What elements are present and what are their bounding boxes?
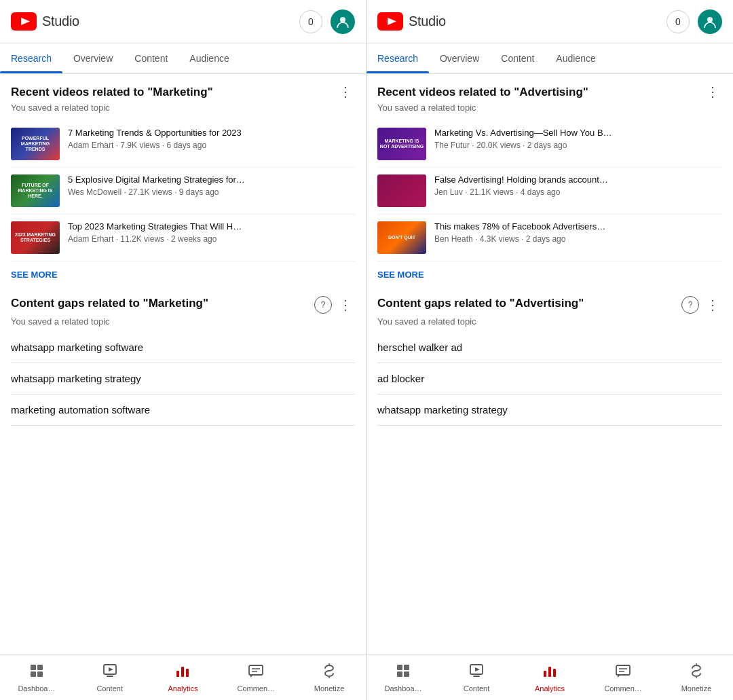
- notification-badge[interactable]: 0: [666, 10, 690, 33]
- help-button[interactable]: ?: [314, 296, 332, 314]
- video-info: False Advertising! Holding brands accoun…: [434, 174, 722, 197]
- svg-rect-20: [397, 665, 402, 670]
- video-title: 5 Explosive Digital Marketing Strategies…: [68, 174, 355, 186]
- gap-list-item[interactable]: marketing automation software: [11, 394, 355, 426]
- recent-videos-more-button[interactable]: ⋮: [336, 85, 355, 98]
- notification-badge[interactable]: 0: [299, 10, 322, 33]
- video-info: Marketing Vs. Advertising—Sell How You B…: [434, 128, 722, 150]
- tab-overview[interactable]: Overview: [62, 43, 124, 73]
- tab-research[interactable]: Research: [0, 43, 62, 73]
- video-list-item[interactable]: DON'T QUIT This makes 78% of Facebook Ad…: [377, 215, 722, 261]
- thumb-label: POWERFUL MARKETING TRENDS: [11, 134, 60, 155]
- svg-rect-3: [31, 665, 36, 670]
- gap-list-item[interactable]: whatsapp marketing strategy: [377, 394, 722, 426]
- video-info: 7 Marketing Trends & Opportunities for 2…: [68, 128, 355, 150]
- gap-list-item[interactable]: whatsapp marketing strategy: [11, 363, 355, 394]
- video-info: This makes 78% of Facebook Advertisers… …: [434, 221, 722, 244]
- recent-videos-subtitle: You saved a related topic: [377, 103, 722, 113]
- recent-videos-header: Recent videos related to "Advertising" ⋮: [377, 85, 722, 100]
- video-info: Top 2023 Marketing Strategies That Will …: [68, 221, 355, 244]
- video-list-item[interactable]: False Advertising! Holding brands accoun…: [377, 168, 722, 215]
- content-gaps-section: Content gaps related to "Marketing" ? ⋮ …: [0, 285, 366, 426]
- recent-videos-section: Recent videos related to "Advertising" ⋮…: [366, 74, 733, 285]
- nav-item-comments[interactable]: Commen…: [219, 655, 293, 700]
- recent-videos-title: Recent videos related to "Marketing": [11, 85, 336, 100]
- nav-item-content[interactable]: Content: [73, 655, 147, 700]
- studio-label: Studio: [409, 14, 446, 29]
- content-gaps-more-button[interactable]: ⋮: [703, 296, 722, 314]
- nav-item-dashboard[interactable]: Dashboa…: [366, 655, 440, 700]
- nav-label-analytics: Analytics: [168, 684, 198, 693]
- gap-list-item[interactable]: whatsapp marketing software: [11, 332, 355, 363]
- video-thumbnail: FUTURE OF MARKETING IS HERE.: [11, 174, 60, 207]
- panel-right: Studio 0 ResearchOverviewContentAudience…: [366, 0, 733, 700]
- nav-item-comments[interactable]: Commen…: [586, 655, 660, 700]
- nav-item-monetize[interactable]: Monetize: [293, 655, 366, 700]
- nav-item-content[interactable]: Content: [440, 655, 513, 700]
- recent-videos-more-button[interactable]: ⋮: [703, 85, 722, 98]
- logo[interactable]: Studio: [377, 12, 446, 31]
- video-meta: Ben Heath · 4.3K views · 2 days ago: [434, 234, 722, 244]
- monetize-icon: [321, 663, 337, 682]
- nav-item-analytics[interactable]: Analytics: [147, 655, 220, 700]
- video-list-item[interactable]: MARKETING IS NOT ADVERTISING Marketing V…: [377, 121, 722, 168]
- recent-videos-section: Recent videos related to "Marketing" ⋮ Y…: [0, 74, 366, 285]
- thumb-label: FUTURE OF MARKETING IS HERE.: [11, 181, 60, 202]
- gap-list-item[interactable]: herschel walker ad: [377, 332, 722, 363]
- video-thumbnail: DON'T QUIT: [377, 221, 426, 254]
- nav-label-comments: Commen…: [237, 684, 275, 693]
- help-button[interactable]: ?: [681, 296, 699, 314]
- content-gaps-actions: ? ⋮: [314, 296, 355, 314]
- svg-rect-6: [37, 671, 43, 677]
- nav-item-analytics[interactable]: Analytics: [513, 655, 586, 700]
- svg-rect-9: [107, 676, 113, 677]
- video-list-item[interactable]: POWERFUL MARKETING TRENDS 7 Marketing Tr…: [11, 121, 355, 168]
- video-list-item[interactable]: 2023 MARKETING STRATEGIES Top 2023 Marke…: [11, 215, 355, 261]
- content-gaps-more-button[interactable]: ⋮: [336, 296, 355, 314]
- tab-overview[interactable]: Overview: [429, 43, 490, 73]
- video-title: False Advertising! Holding brands accoun…: [434, 174, 722, 186]
- content-gaps-subtitle: You saved a related topic: [377, 316, 722, 327]
- video-meta: The Futur · 20.0K views · 2 days ago: [434, 141, 722, 150]
- svg-marker-16: [250, 675, 253, 678]
- tab-content[interactable]: Content: [490, 43, 545, 73]
- svg-rect-26: [473, 676, 480, 677]
- logo[interactable]: Studio: [11, 12, 79, 31]
- dashboard-icon: [29, 663, 45, 682]
- video-list-item[interactable]: FUTURE OF MARKETING IS HERE. 5 Explosive…: [11, 168, 355, 215]
- recent-videos-subtitle: You saved a related topic: [11, 103, 355, 113]
- video-title: 7 Marketing Trends & Opportunities for 2…: [68, 128, 355, 139]
- tab-audience[interactable]: Audience: [545, 43, 606, 73]
- gap-list-item[interactable]: ad blocker: [377, 363, 722, 394]
- video-meta: Wes McDowell · 27.1K views · 9 days ago: [68, 187, 355, 197]
- nav-label-dashboard: Dashboa…: [18, 684, 55, 693]
- header: Studio 0: [366, 0, 733, 43]
- see-more-link[interactable]: SEE MORE: [377, 261, 722, 285]
- video-title: This makes 78% of Facebook Advertisers…: [434, 221, 722, 233]
- header-actions: 0: [666, 10, 722, 34]
- tab-audience[interactable]: Audience: [178, 43, 240, 73]
- svg-rect-29: [553, 669, 556, 677]
- header-actions: 0: [299, 10, 355, 34]
- analytics-icon: [542, 663, 558, 682]
- svg-point-19: [707, 17, 713, 22]
- content-gaps-title: Content gaps related to "Advertising": [377, 296, 676, 311]
- recent-videos-header: Recent videos related to "Marketing" ⋮: [11, 85, 355, 100]
- video-meta: Adam Erhart · 11.2K views · 2 weeks ago: [68, 234, 355, 244]
- see-more-link[interactable]: SEE MORE: [11, 261, 355, 285]
- tab-content[interactable]: Content: [124, 43, 178, 73]
- svg-rect-4: [37, 665, 43, 670]
- nav-item-monetize[interactable]: Monetize: [660, 655, 733, 700]
- svg-rect-27: [544, 671, 546, 677]
- content-gaps-header: Content gaps related to "Marketing" ? ⋮: [11, 296, 355, 314]
- content-gaps-subtitle: You saved a related topic: [11, 316, 355, 327]
- recent-videos-title: Recent videos related to "Advertising": [377, 85, 703, 100]
- svg-rect-21: [404, 665, 409, 670]
- nav-item-dashboard[interactable]: Dashboa…: [0, 655, 73, 700]
- tab-research[interactable]: Research: [366, 43, 429, 73]
- video-meta: Jen Luv · 21.1K views · 4 days ago: [434, 187, 722, 197]
- avatar[interactable]: [698, 10, 722, 34]
- avatar[interactable]: [331, 10, 355, 34]
- tab-bar: ResearchOverviewContentAudience: [366, 43, 733, 74]
- svg-point-2: [340, 17, 345, 22]
